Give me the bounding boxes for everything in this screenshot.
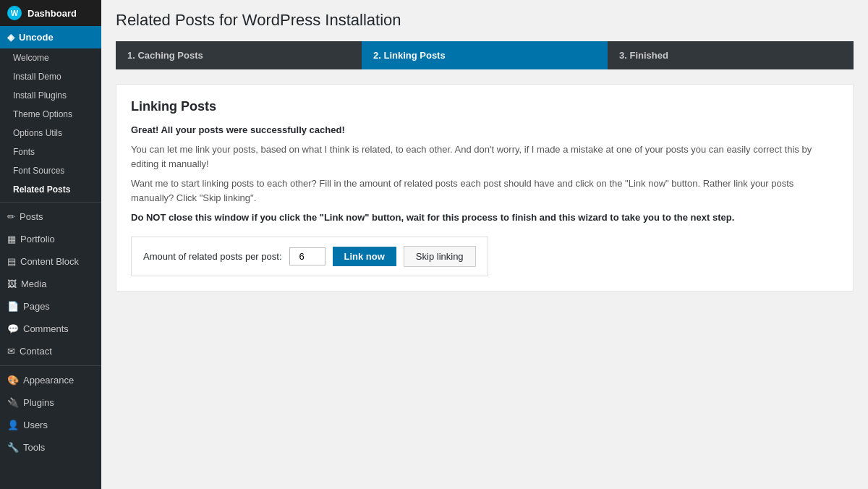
section-title: Linking Posts: [131, 99, 838, 114]
sidebar-sub-fonts[interactable]: Fonts: [0, 143, 101, 161]
users-icon: 👤: [7, 420, 19, 430]
media-icon: 🖼: [7, 278, 17, 289]
sidebar-sub-related-posts[interactable]: Related Posts: [0, 180, 101, 199]
amount-label: Amount of related posts per post:: [143, 251, 282, 262]
step-finished: 3. Finished: [608, 41, 854, 69]
warning-text: Do NOT close this window if you click th…: [131, 211, 838, 225]
sidebar-item-uncode[interactable]: ◈ Uncode: [0, 26, 101, 48]
desc-text-1: You can let me link your posts, based on…: [131, 143, 838, 171]
success-text: Great! All your posts were successfully …: [131, 124, 838, 135]
uncode-icon: ◈: [7, 32, 14, 43]
sidebar-sub-install-plugins[interactable]: Install Plugins: [0, 86, 101, 105]
link-now-button[interactable]: Link now: [333, 247, 396, 266]
main-content: Related Posts for WordPress Installation…: [101, 0, 868, 489]
comments-icon: 💬: [7, 323, 19, 334]
sidebar-item-plugins[interactable]: 🔌 Plugins: [0, 391, 101, 414]
sidebar-sub-theme-options[interactable]: Theme Options: [0, 105, 101, 124]
sidebar-item-posts[interactable]: ✏ Posts: [0, 205, 101, 228]
sidebar-item-pages[interactable]: 📄 Pages: [0, 295, 101, 318]
step-linking: 2. Linking Posts: [362, 41, 608, 69]
sidebar-sub-options-utils[interactable]: Options Utils: [0, 124, 101, 143]
link-form: Amount of related posts per post: Link n…: [131, 237, 488, 276]
desc-text-2: Want me to start linking posts to each o…: [131, 177, 838, 205]
posts-icon: ✏: [7, 211, 15, 222]
contact-icon: ✉: [7, 346, 15, 357]
plugins-icon: 🔌: [7, 397, 19, 408]
sidebar-sub-font-sources[interactable]: Font Sources: [0, 161, 101, 180]
sidebar-sub-welcome[interactable]: Welcome: [0, 48, 101, 67]
sidebar-divider-1: [0, 202, 101, 203]
sidebar-item-users[interactable]: 👤 Users: [0, 414, 101, 436]
sidebar: W Dashboard ◈ Uncode Welcome Install Dem…: [0, 0, 101, 489]
steps-bar: 1. Caching Posts 2. Linking Posts 3. Fin…: [116, 41, 854, 69]
sidebar-item-appearance[interactable]: 🎨 Appearance: [0, 369, 101, 391]
sidebar-item-contact[interactable]: ✉ Contact: [0, 340, 101, 362]
uncode-label: Uncode: [19, 32, 54, 43]
sidebar-item-content-block[interactable]: ▤ Content Block: [0, 250, 101, 273]
skip-linking-button[interactable]: Skip linking: [404, 246, 476, 267]
sidebar-item-portfolio[interactable]: ▦ Portfolio: [0, 228, 101, 250]
sidebar-sub-install-demo[interactable]: Install Demo: [0, 67, 101, 86]
sidebar-item-media[interactable]: 🖼 Media: [0, 273, 101, 295]
content-block-icon: ▤: [7, 256, 16, 267]
sidebar-item-tools[interactable]: 🔧 Tools: [0, 436, 101, 459]
sidebar-divider-2: [0, 365, 101, 366]
sidebar-item-comments[interactable]: 💬 Comments: [0, 318, 101, 340]
tools-icon: 🔧: [7, 442, 19, 453]
sidebar-sub-menu: Welcome Install Demo Install Plugins The…: [0, 48, 101, 199]
wp-icon: W: [7, 6, 22, 20]
page-title: Related Posts for WordPress Installation: [116, 11, 854, 30]
amount-input[interactable]: [289, 247, 326, 265]
step-caching: 1. Caching Posts: [116, 41, 362, 69]
content-card: Linking Posts Great! All your posts were…: [116, 84, 854, 292]
pages-icon: 📄: [7, 301, 19, 312]
dashboard-label: Dashboard: [27, 8, 77, 19]
portfolio-icon: ▦: [7, 234, 16, 244]
sidebar-dashboard[interactable]: W Dashboard: [0, 0, 101, 26]
appearance-icon: 🎨: [7, 375, 19, 386]
